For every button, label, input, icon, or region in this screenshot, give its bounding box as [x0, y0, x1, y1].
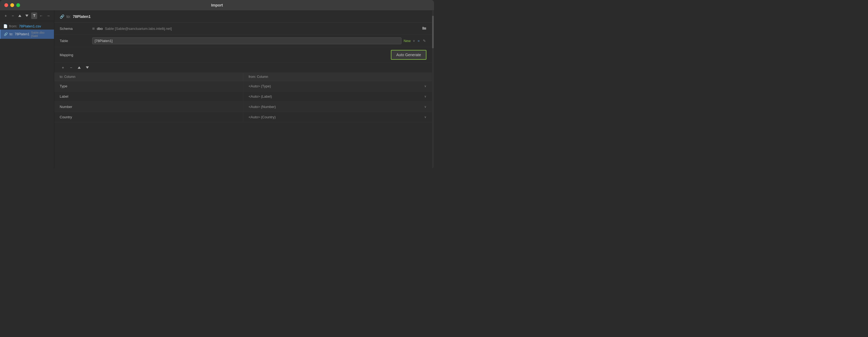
table-row: Country <Auto> (Country) ∨ — [54, 112, 432, 122]
forward-button[interactable]: → — [45, 12, 51, 19]
mapping-section: Mapping Auto Generate + − — [54, 47, 432, 122]
folder-icon — [422, 26, 426, 30]
table-row: Number <Auto> (Number) ∨ — [54, 102, 432, 112]
link-icon: 🔗 — [4, 32, 8, 36]
traffic-lights — [4, 3, 20, 7]
table-value: New ∨ ⌗ ✎ — [92, 37, 426, 44]
table-row: Type <Auto> (Type) ∨ — [54, 81, 432, 91]
to-column-header: to: Column — [54, 73, 243, 81]
table-input[interactable] — [92, 37, 401, 44]
mapping-section-label: Mapping — [60, 53, 73, 57]
to-cell: Number — [54, 102, 243, 112]
close-button[interactable] — [4, 3, 8, 7]
mapping-header: Mapping Auto Generate — [54, 47, 432, 63]
row-3-dropdown[interactable]: ∨ — [424, 115, 426, 119]
active-mode-button[interactable]: ⊤ — [31, 12, 37, 19]
mapping-arrow-down-icon — [86, 66, 89, 69]
to-cell: Country — [54, 112, 243, 122]
mapping-arrow-up-icon — [77, 66, 81, 69]
from-label: from: — [9, 24, 18, 28]
row-2-dropdown[interactable]: ∨ — [424, 105, 426, 109]
minimize-button[interactable] — [10, 3, 14, 7]
mapping-item[interactable]: 🔗 to: 78Platen1 Sable.dbo [Sabl — [0, 30, 54, 39]
right-panel: 🔗 to: 78Platen1 Schema ⊞ dbo Sable [Sabl… — [54, 10, 432, 168]
from-cell: <Auto> (Label) ∨ — [243, 91, 432, 101]
auto-generate-button[interactable]: Auto Generate — [391, 50, 426, 60]
add-button[interactable]: + — [3, 12, 9, 19]
from-cell: <Auto> (Type) ∨ — [243, 81, 432, 91]
schema-folder-button[interactable] — [422, 26, 426, 31]
to-label: to: — [9, 32, 13, 36]
import-window: Import + − ⊤ ← → 📄 from: — [0, 0, 434, 168]
titlebar: Import — [0, 0, 434, 10]
arrow-up-icon — [18, 14, 22, 18]
from-cell: <Auto> (Country) ∨ — [243, 112, 432, 122]
mapping-add-button[interactable]: + — [60, 64, 66, 71]
table-dropdown-arrow[interactable]: ∨ — [413, 39, 415, 42]
mapping-table: to: Column from: Column Type <Auto> (Typ… — [54, 73, 432, 122]
table-row: Table New ∨ ⌗ ✎ — [54, 35, 432, 47]
left-panel: + − ⊤ ← → 📄 from: 78Platen1.csv — [0, 10, 54, 168]
main-content: + − ⊤ ← → 📄 from: 78Platen1.csv — [0, 10, 434, 168]
window-title: Import — [211, 3, 223, 7]
arrow-down-icon — [25, 14, 29, 18]
scrollbar[interactable] — [432, 10, 434, 168]
remove-button[interactable]: − — [10, 12, 16, 19]
from-column-header: from: Column — [243, 73, 432, 81]
header-link-icon: 🔗 — [60, 14, 64, 19]
schema-value: ⊞ dbo Sable [Sable@sanctuarium.labs.inte… — [92, 26, 426, 31]
csv-filename: 78Platen1.csv — [19, 24, 41, 28]
mapping-toolbar: + − — [54, 63, 432, 73]
mapping-target-name: 78Platen1 — [14, 32, 29, 36]
mapping-schema-label: Sable.dbo [Sabl — [31, 31, 51, 37]
schema-row: Schema ⊞ dbo Sable [Sable@sanctuarium.la… — [54, 23, 432, 35]
header-to-label: to: — [66, 14, 71, 19]
right-header: 🔗 to: 78Platen1 — [54, 10, 432, 23]
mapping-move-up-button[interactable] — [76, 64, 83, 71]
form-area: Schema ⊞ dbo Sable [Sable@sanctuarium.la… — [54, 23, 432, 168]
mapping-remove-button[interactable]: − — [68, 64, 74, 71]
new-badge-button[interactable]: New — [404, 39, 411, 43]
to-cell: Type — [54, 81, 243, 91]
left-panel-content: 📄 from: 78Platen1.csv 🔗 to: 78Platen1 Sa… — [0, 21, 54, 40]
table-row: Label <Auto> (Label) ∨ — [54, 91, 432, 102]
row-1-dropdown[interactable]: ∨ — [424, 95, 426, 98]
left-toolbar: + − ⊤ ← → — [0, 10, 54, 21]
back-button[interactable]: ← — [38, 12, 44, 19]
scrollbar-track — [432, 10, 434, 168]
move-down-button[interactable] — [24, 12, 30, 19]
move-up-button[interactable] — [17, 12, 23, 19]
file-icon: 📄 — [3, 24, 8, 28]
table-edit-button[interactable]: ✎ — [422, 38, 426, 43]
schema-dbo: dbo — [97, 27, 103, 31]
scrollbar-thumb[interactable] — [432, 16, 434, 48]
schema-label: Schema — [60, 27, 92, 31]
table-schema-icon-button[interactable]: ⌗ — [417, 38, 420, 43]
from-cell: <Auto> (Number) ∨ — [243, 102, 432, 112]
mapping-move-down-button[interactable] — [84, 64, 91, 71]
file-item[interactable]: 📄 from: 78Platen1.csv — [0, 23, 54, 30]
to-cell: Label — [54, 91, 243, 101]
schema-icon: ⊞ — [92, 27, 95, 30]
table-input-container — [92, 37, 401, 44]
maximize-button[interactable] — [16, 3, 20, 7]
row-0-dropdown[interactable]: ∨ — [424, 84, 426, 88]
header-target-name: 78Platen1 — [73, 14, 91, 19]
table-label: Table — [60, 39, 92, 43]
mapping-table-header: to: Column from: Column — [54, 73, 432, 81]
schema-user: Sable [Sable@sanctuarium.labs.intellij.n… — [105, 27, 172, 31]
